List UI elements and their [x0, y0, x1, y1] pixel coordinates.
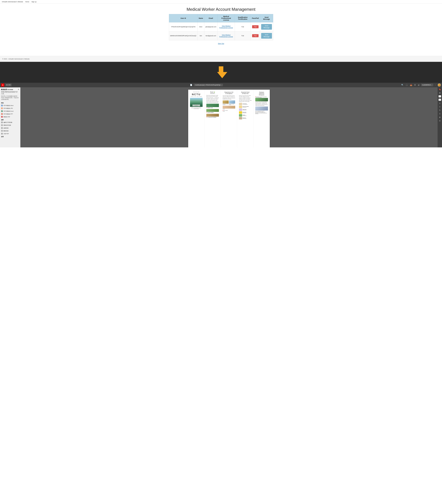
right-grid-icon[interactable]: ⊞	[439, 92, 441, 94]
right-zoom-in-icon[interactable]: ⊕	[439, 116, 441, 118]
pdf-reorder-pages[interactable]: ☰ 重新排序頁面	[0, 124, 20, 127]
footer: © 2023 - mHealth Administrator's Website	[0, 56, 442, 62]
walking-map-label: WALKING MAP	[190, 91, 203, 92]
delete-icon: 🗑	[1, 130, 3, 132]
search-icon[interactable]: 🔍	[401, 84, 404, 86]
view-license-link-1[interactable]: View Medical Professional License	[219, 25, 233, 29]
nav-home-link[interactable]: Home	[25, 1, 29, 3]
nav-signup-link[interactable]: Sign up	[32, 1, 37, 3]
pdf-split[interactable]: ✂ 分割 PDF	[0, 132, 20, 135]
bamboo-lake-img	[206, 104, 219, 107]
view-license-link-2[interactable]: View Medical Professional License	[219, 34, 233, 37]
cell-send-message-1: Send Message	[260, 22, 273, 31]
cell-email: jake@gmail.com	[204, 22, 218, 31]
right-refresh-icon[interactable]: ↻	[439, 109, 441, 111]
edit-text-icon: ✎	[1, 122, 3, 123]
indian-rose-img	[239, 108, 242, 111]
pdf-content-area[interactable]: WALKING MAP NCTU Scenery · Food · Shop ·…	[20, 87, 438, 147]
pdf-close-button[interactable]: ✕	[18, 88, 19, 90]
hotspot-1-text: 🚩 Deciduous Cypress Forest Trail (Campus…	[255, 96, 268, 106]
sign-out-link[interactable]: Sign Out	[218, 43, 224, 45]
cell-user-id: YP819VnrE4PukpNbFgKmVqVsjCR2	[169, 22, 198, 31]
art-item-3: Sengal	[223, 106, 235, 109]
pdf-toolbar-right: 🔍 🎧 📤 ⬇ 🖨 在桌面應用程式… ···	[401, 84, 441, 87]
col-header-send-message: Send Message	[260, 14, 273, 22]
split-icon: ✂	[1, 133, 3, 135]
page-num-1[interactable]: 1	[439, 95, 441, 97]
art-item-2: Phoenix Scaling Dragon	[229, 100, 235, 105]
page-title: Medical Worker Account Management	[169, 7, 273, 12]
indian-rose-text: Indian RoseElementary 1	[243, 109, 247, 110]
right-zoom-out-icon[interactable]: ⊖	[439, 120, 441, 122]
pdf-small-text: 您在雲上工作的檔案已儲存至 Adobe 雲端儲存空間，可從任何位置快速存取。	[0, 95, 20, 102]
pdf-edit-text[interactable]: ✎ 編輯文字與影像	[0, 121, 20, 124]
pdf-menu-item-excel[interactable]: X PDF 轉換為 Excel	[0, 110, 20, 113]
campus-image: National Chiao Tung University	[190, 98, 203, 107]
download-icon[interactable]: ⬇	[414, 84, 416, 86]
svg-text:✂: ✂	[1, 133, 2, 134]
fail-button-1[interactable]: Fail	[252, 25, 258, 28]
arrow-head	[217, 72, 227, 78]
pdf-menu-item-word[interactable]: W PDF 轉換為 Word	[0, 104, 20, 107]
right-chevron-up-icon[interactable]: ∧	[439, 102, 441, 104]
to-pdf-icon: PDF	[1, 116, 3, 118]
dimonwood-waffle: Dimonwood WaffleElementary 1	[239, 106, 252, 108]
cell-email-2: kim@gmail.com	[204, 31, 218, 40]
hotspot-1-desc: In 2018, the NCTU Alumni Association lau…	[255, 102, 268, 106]
cell-pass-fail-1: Fail	[251, 22, 260, 31]
nctu-gallery-desc: Dragon	[223, 111, 235, 111]
pdf-welcome-title: 歡迎使用 Acrobat	[1, 88, 13, 90]
svg-text:✎: ✎	[1, 122, 2, 123]
hotspot-2-text: The most high-culture Campus9:00 - 22:00…	[255, 106, 268, 114]
pdf-delete-pages[interactable]: 🗑 刪除頁面	[0, 129, 20, 132]
col-header-email: Email	[204, 14, 218, 22]
pdf-convert-label: 轉換	[0, 102, 20, 104]
table-header-row: User Id Name Email Medical Professional …	[169, 14, 273, 22]
tools-button[interactable]: ⊞ 工具	[5, 84, 12, 86]
pdf-menu-item-jpg[interactable]: JPG PDF 轉換為 JPG	[0, 107, 20, 110]
art-item-1-img	[223, 100, 229, 104]
print-icon[interactable]: 🖨	[417, 84, 420, 86]
hotspot-2-desc: The most high-culture Campus9:00 - 22:00…	[255, 111, 267, 114]
gourmet-items: UCA KitchenUCA Restaurant Dimonwood Waff…	[239, 103, 252, 120]
col-header-name: Name	[198, 14, 204, 22]
dimonwood-img	[239, 106, 242, 108]
hotspot-items: 🚩 Deciduous Cypress Forest Trail (Campus…	[255, 96, 268, 114]
pdf-filename: Certification/pdf_YP819VnrE4PukpNbFgK...	[194, 84, 223, 86]
reorder-icon: ☰	[1, 124, 3, 126]
more-options-icon[interactable]: ···	[434, 84, 437, 86]
mcdonalds-text: McDonaldsElementary 1	[243, 112, 247, 113]
svg-text:🗑: 🗑	[1, 131, 2, 132]
jpg-icon: JPG	[1, 107, 3, 109]
send-message-button-1[interactable]: Send Message	[261, 24, 272, 30]
fail-button-2[interactable]: Fail	[252, 34, 258, 37]
right-bookmark-icon[interactable]: 🔖	[439, 88, 441, 90]
word-icon: W	[1, 105, 3, 106]
headphone-icon[interactable]: 🎧	[405, 84, 408, 86]
art-item-3-img	[223, 106, 235, 109]
footer-text: © 2023 - mHealth Administrator's Website	[2, 58, 30, 60]
medical-workers-table: User Id Name Email Medical Professional …	[169, 14, 273, 40]
gourmet-text: Stuff your tummy with some tasty food af…	[239, 95, 252, 102]
pdf-rotate-pages[interactable]: ↻ 旋轉頁面	[0, 127, 20, 129]
share-icon[interactable]: 📤	[409, 84, 413, 86]
pdf-menu-item-ppt[interactable]: P PDF 轉換為 PPT	[0, 113, 20, 116]
page-num-2[interactable]: 2	[439, 99, 441, 101]
down-arrow-icon	[217, 66, 225, 78]
hotspot-2-img	[255, 106, 268, 110]
send-message-button-2[interactable]: Send Message	[261, 33, 272, 39]
uca-kitchen-img	[239, 103, 242, 105]
cell-pass-fail-2: Fail	[251, 31, 260, 40]
cell-license-2: View Medical Professional License	[218, 31, 235, 40]
svg-text:W: W	[1, 105, 2, 106]
xi-yuan-img	[206, 114, 219, 117]
right-chevron-down-icon[interactable]: ∨	[439, 106, 441, 108]
pdf-menu-item-to-pdf[interactable]: PDF 轉換為 PDF	[0, 116, 20, 118]
acrobat-logo: A	[1, 84, 4, 87]
pdf-toolbar: A ⊞ 工具 📄 Certification/pdf_YP819VnrE4Puk…	[0, 83, 442, 87]
pdf-left-panel: 歡迎使用 Acrobat ✕ 享受訂閱所包含的各種 PDF 工具。 您在雲上工作…	[0, 87, 20, 147]
svg-text:↻: ↻	[1, 128, 2, 129]
right-info-icon[interactable]: ℹ	[440, 113, 440, 115]
hotspots-title: CampusCheck InHotspots	[255, 91, 268, 96]
desktop-app-button[interactable]: 在桌面應用程式…	[421, 84, 433, 86]
